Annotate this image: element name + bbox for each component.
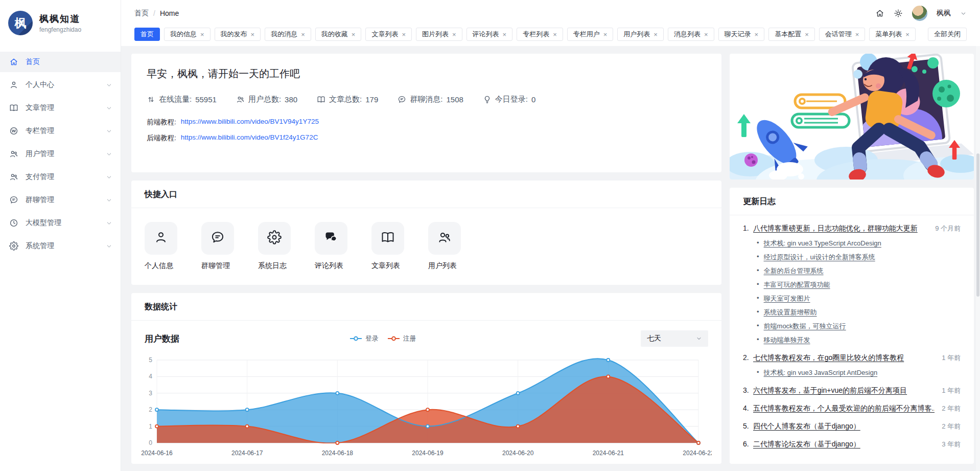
changelog-entry-title[interactable]: 四代个人博客发布（基于django） — [753, 422, 935, 431]
sidebar-item-label: 用户管理 — [26, 149, 106, 159]
main-region: 首页 / Home 枫枫 首页 我的信息 × 我的发布 × 我的消息 × 我的收… — [121, 0, 980, 471]
tab-close-icon[interactable]: × — [855, 31, 859, 38]
changelog-number: 3. — [743, 386, 749, 394]
tab[interactable]: 基本配置 × — [768, 28, 815, 41]
tab-close-icon[interactable]: × — [251, 31, 255, 38]
tutorial-link[interactable]: https://www.bilibili.com/video/BV1V94y1Y… — [181, 118, 319, 127]
breadcrumb-separator: / — [153, 9, 155, 17]
tutorial-link[interactable]: https://www.bilibili.com/video/BV1f24y1G… — [181, 133, 318, 143]
breadcrumb-home[interactable]: 首页 — [134, 9, 149, 18]
pay-icon — [9, 172, 18, 182]
svg-text:0: 0 — [149, 439, 152, 446]
tab[interactable]: 用户列表 × — [617, 28, 664, 41]
sidebar-item-users[interactable]: 用户管理 — [0, 144, 121, 164]
svg-text:2024-06-21: 2024-06-21 — [593, 450, 624, 457]
changelog-bullets: •技术栈: gin vue3 JavaScript AntDesign — [757, 368, 961, 377]
theme-toggle-sun-icon[interactable] — [894, 9, 903, 18]
sidebar-item-home[interactable]: 首页 — [0, 52, 121, 72]
tab[interactable]: 我的消息 × — [265, 28, 311, 41]
sidebar-item-model[interactable]: 大模型管理 — [0, 213, 121, 233]
stat-item: 用户总数: 380 — [236, 95, 297, 104]
data-statistics-title: 数据统计 — [131, 293, 721, 321]
tab-close-icon[interactable]: × — [654, 31, 658, 38]
users-icon — [9, 149, 18, 159]
quick-entry-item[interactable]: 系统日志 — [258, 222, 291, 271]
tab-close-icon[interactable]: × — [402, 31, 406, 38]
quick-entry-label: 个人信息 — [145, 261, 177, 271]
changelog-bullet[interactable]: •经过原型设计，ui设计的全新博客系统 — [757, 253, 961, 262]
changelog-entry-title[interactable]: 八代博客重磅更新，日志功能优化，群聊功能大更新 — [753, 224, 928, 233]
sidebar-item-column[interactable]: 专栏管理 — [0, 121, 121, 141]
quick-entry-item[interactable]: 群聊管理 — [201, 222, 234, 271]
tab[interactable]: 聊天记录 × — [718, 28, 765, 41]
quick-entry-item[interactable]: 个人信息 — [145, 222, 177, 271]
changelog-bullet[interactable]: •移动端单独开发 — [757, 335, 961, 345]
changelog-entry-title[interactable]: 五代博客教程发布，个人最受欢迎的的前后端不分离博客... — [753, 404, 935, 413]
changelog-bullet[interactable]: •技术栈: gin vue3 JavaScript AntDesign — [757, 368, 961, 377]
quick-entry-item[interactable]: 文章列表 — [371, 222, 404, 271]
changelog-time: 1 年前 — [942, 386, 961, 395]
changelog-bullet[interactable]: •丰富可玩的配置项功能 — [757, 280, 961, 289]
legend-item-注册[interactable]: 注册 — [387, 334, 416, 343]
changelog-bullet[interactable]: •系统设置新增帮助 — [757, 308, 961, 317]
tab-close-icon[interactable]: × — [603, 31, 608, 38]
tab[interactable]: 消息列表 × — [668, 28, 714, 41]
tab[interactable]: 文章列表 × — [365, 28, 412, 41]
stat-label: 文章总数: — [329, 95, 362, 104]
avatar[interactable] — [912, 6, 927, 21]
quick-entry-item[interactable]: 评论列表 — [315, 222, 347, 271]
tab-close-icon[interactable]: × — [200, 31, 204, 38]
tab-close-icon[interactable]: × — [905, 31, 909, 38]
quick-entry-item[interactable]: 用户列表 — [428, 222, 461, 271]
page-scrollbar-thumb[interactable] — [976, 153, 979, 297]
sidebar-item-label: 个人中心 — [26, 80, 106, 89]
tab[interactable]: 专栏用户 × — [567, 28, 614, 41]
sidebar-item-gear[interactable]: 系统管理 — [0, 236, 121, 256]
username[interactable]: 枫枫 — [937, 9, 951, 18]
legend-item-登录[interactable]: 登录 — [349, 334, 378, 343]
tab-close-icon[interactable]: × — [352, 31, 356, 38]
tab[interactable]: 专栏列表 × — [517, 28, 563, 41]
tab-close-icon[interactable]: × — [755, 31, 759, 38]
home-icon[interactable] — [875, 9, 884, 18]
changelog-bullet[interactable]: •前端mock数据，可独立运行 — [757, 322, 961, 331]
stat-item: 文章总数: 179 — [317, 95, 378, 104]
sidebar-item-book[interactable]: 文章管理 — [0, 98, 121, 118]
data-statistics-card: 数据统计 用户数据 登录注册 七天 0123452024-06-162024-0… — [131, 293, 721, 464]
sidebar-item-pay[interactable]: 支付管理 — [0, 167, 121, 187]
tab[interactable]: 会话管理 × — [819, 28, 866, 41]
tab[interactable]: 图片列表 × — [416, 28, 462, 41]
sidebar-item-chat[interactable]: 群聊管理 — [0, 190, 121, 210]
tab[interactable]: 菜单列表 × — [869, 28, 916, 41]
changelog-entry: 5. 四代个人博客发布（基于django） 2 年前 — [743, 422, 961, 431]
tab[interactable]: 我的发布 × — [215, 28, 261, 41]
tab-active[interactable]: 首页 — [134, 28, 160, 41]
tab-close-icon[interactable]: × — [704, 31, 708, 38]
tab-label: 评论列表 — [473, 30, 499, 39]
gear-icon — [9, 241, 18, 251]
tab-close-icon[interactable]: × — [553, 31, 557, 38]
sidebar-item-label: 系统管理 — [26, 241, 106, 251]
changelog-card: 更新日志 1. 八代博客重磅更新，日志功能优化，群聊功能大更新 9 个月前 •技… — [730, 188, 974, 464]
changelog-entry-title[interactable]: 二代博客论坛发布（基于django） — [753, 440, 935, 449]
changelog-entry-title[interactable]: 六代博客发布，基于gin+vue的前后端不分离项目 — [753, 386, 935, 395]
close-all-tabs-button[interactable]: 全部关闭 — [928, 28, 967, 41]
tab-close-icon[interactable]: × — [301, 31, 305, 38]
tab-label: 我的消息 — [271, 30, 297, 39]
quick-entry-list: 个人信息 群聊管理 系统日志 评论列表 文章列表 用户列表 — [131, 208, 721, 285]
tab-close-icon[interactable]: × — [452, 31, 456, 38]
time-range-select[interactable]: 七天 — [641, 330, 708, 347]
app-logo: 枫 — [8, 11, 33, 35]
tab[interactable]: 我的收藏 × — [315, 28, 362, 41]
changelog-entry-title[interactable]: 七代博客教程发布，在go圈里比较火的博客教程 — [753, 353, 935, 363]
tab-close-icon[interactable]: × — [503, 31, 507, 38]
tab-close-icon[interactable]: × — [805, 31, 809, 38]
sidebar-item-person[interactable]: 个人中心 — [0, 75, 121, 95]
changelog-bullet[interactable]: •全新的后台管理系统 — [757, 266, 961, 276]
changelog-bullet[interactable]: •技术栈: gin vue3 TypeScript ArcoDesign — [757, 239, 961, 248]
tab-label: 全部关闭 — [934, 30, 961, 39]
chevron-down-icon[interactable] — [960, 10, 967, 17]
changelog-bullet[interactable]: •聊天室可发图片 — [757, 294, 961, 303]
tab[interactable]: 我的信息 × — [164, 28, 211, 41]
tab[interactable]: 评论列表 × — [466, 28, 513, 41]
